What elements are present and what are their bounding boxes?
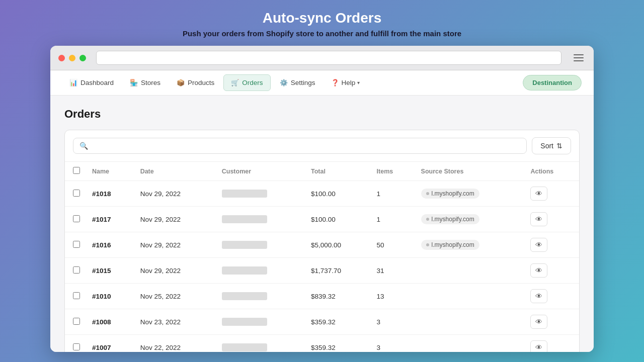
order-items: 50 bbox=[371, 232, 415, 258]
order-actions: 👁 bbox=[524, 207, 579, 232]
search-box[interactable]: 🔍 bbox=[73, 138, 527, 154]
sort-button[interactable]: Sort ⇅ bbox=[532, 137, 571, 154]
order-source-store bbox=[415, 284, 525, 309]
row-checkbox[interactable] bbox=[73, 215, 80, 222]
sidebar-item-settings[interactable]: ⚙️ Settings bbox=[273, 75, 323, 90]
row-checkbox-col bbox=[65, 258, 86, 284]
browser-window: 📊 Dashboard 🏪 Stores 📦 Products 🛒 Orders… bbox=[50, 46, 594, 352]
nav-bar: 📊 Dashboard 🏪 Stores 📦 Products 🛒 Orders… bbox=[50, 70, 594, 96]
eye-icon: 👁 bbox=[535, 318, 542, 326]
toolbar: 🔍 Sort ⇅ bbox=[65, 130, 579, 162]
orders-table: Name Date Customer Total Items Source St… bbox=[65, 162, 579, 352]
row-checkbox-col bbox=[65, 309, 86, 335]
eye-icon: 👁 bbox=[535, 343, 542, 351]
browser-bar bbox=[50, 46, 594, 70]
address-bar[interactable] bbox=[96, 51, 561, 65]
eye-icon: 👁 bbox=[535, 215, 542, 223]
content-area: Orders 🔍 Sort ⇅ bbox=[50, 96, 594, 352]
order-date: Nov 29, 2022 bbox=[134, 258, 216, 284]
row-checkbox-col bbox=[65, 335, 86, 352]
order-items: 3 bbox=[371, 335, 415, 352]
destination-button[interactable]: Destinantion bbox=[523, 75, 582, 90]
order-id: #1010 bbox=[86, 284, 134, 309]
order-id: #1008 bbox=[86, 309, 134, 335]
orders-panel: 🔍 Sort ⇅ Name Date Cus bbox=[64, 130, 580, 352]
order-items: 3 bbox=[371, 309, 415, 335]
store-name: l.myshopify.com bbox=[432, 241, 474, 248]
row-checkbox-col bbox=[65, 284, 86, 309]
order-items: 13 bbox=[371, 284, 415, 309]
menu-icon[interactable] bbox=[572, 52, 586, 63]
view-order-button[interactable]: 👁 bbox=[530, 340, 547, 352]
col-name: Name bbox=[86, 162, 134, 181]
order-total: $100.00 bbox=[305, 181, 371, 207]
maximize-icon[interactable] bbox=[79, 55, 86, 61]
table-row: #1016Nov 29, 2022Emma Glebe$5,000.0050l.… bbox=[65, 232, 579, 258]
nav-label-stores: Stores bbox=[141, 79, 160, 86]
order-id: #1018 bbox=[86, 181, 134, 207]
sidebar-item-stores[interactable]: 🏪 Stores bbox=[123, 75, 168, 90]
order-source-store bbox=[415, 258, 525, 284]
table-row: #1010Nov 25, 2022Eric Nguyen$839.3213👁 bbox=[65, 284, 579, 309]
order-date: Nov 29, 2022 bbox=[134, 181, 216, 207]
order-customer: Emma Glebe bbox=[216, 232, 305, 258]
view-order-button[interactable]: 👁 bbox=[530, 212, 547, 226]
table-row: #1015Nov 29, 2022Emma Glebe$1,737.7031👁 bbox=[65, 258, 579, 284]
select-all-checkbox[interactable] bbox=[73, 167, 80, 174]
sidebar-item-help[interactable]: ❓ Help ▾ bbox=[324, 75, 367, 90]
col-items: Items bbox=[371, 162, 415, 181]
view-order-button[interactable]: 👁 bbox=[530, 315, 547, 329]
order-actions: 👁 bbox=[524, 335, 579, 352]
order-date: Nov 29, 2022 bbox=[134, 232, 216, 258]
order-total: $100.00 bbox=[305, 207, 371, 232]
view-order-button[interactable]: 👁 bbox=[530, 187, 547, 201]
store-dot-icon bbox=[426, 243, 429, 246]
order-items: 1 bbox=[371, 207, 415, 232]
sidebar-item-products[interactable]: 📦 Products bbox=[170, 75, 221, 90]
settings-icon: ⚙️ bbox=[280, 79, 288, 86]
order-id: #1017 bbox=[86, 207, 134, 232]
view-order-button[interactable]: 👁 bbox=[530, 263, 547, 278]
col-source-stores: Source Stores bbox=[415, 162, 525, 181]
order-items: 31 bbox=[371, 258, 415, 284]
row-checkbox[interactable] bbox=[73, 241, 80, 248]
store-dot-icon bbox=[426, 192, 429, 195]
eye-icon: 👁 bbox=[535, 241, 542, 249]
dashboard-icon: 📊 bbox=[69, 79, 77, 86]
row-checkbox[interactable] bbox=[73, 318, 80, 325]
store-name: l.myshopify.com bbox=[432, 216, 474, 223]
main-title: Auto-sync Orders bbox=[183, 10, 461, 26]
order-source-store bbox=[415, 309, 525, 335]
order-source-store: l.myshopify.com bbox=[415, 181, 525, 207]
row-checkbox[interactable] bbox=[73, 343, 80, 350]
sort-label: Sort bbox=[540, 142, 553, 150]
order-actions: 👁 bbox=[524, 258, 579, 284]
view-order-button[interactable]: 👁 bbox=[530, 238, 547, 252]
sidebar-item-dashboard[interactable]: 📊 Dashboard bbox=[62, 75, 121, 90]
products-icon: 📦 bbox=[177, 79, 185, 86]
nav-label-dashboard: Dashboard bbox=[80, 79, 114, 86]
row-checkbox-col bbox=[65, 181, 86, 207]
search-input[interactable] bbox=[92, 142, 520, 150]
row-checkbox[interactable] bbox=[73, 292, 80, 299]
store-badge: l.myshopify.com bbox=[421, 240, 479, 250]
minimize-icon[interactable] bbox=[69, 55, 75, 61]
order-customer: Eric Nguyen bbox=[216, 309, 305, 335]
order-id: #1015 bbox=[86, 258, 134, 284]
eye-icon: 👁 bbox=[535, 190, 542, 198]
view-order-button[interactable]: 👁 bbox=[530, 289, 547, 303]
row-checkbox[interactable] bbox=[73, 190, 80, 197]
sidebar-item-orders[interactable]: 🛒 Orders bbox=[223, 74, 270, 91]
order-total: $359.32 bbox=[305, 309, 371, 335]
row-checkbox[interactable] bbox=[73, 266, 80, 274]
orders-icon: 🛒 bbox=[231, 79, 239, 86]
order-actions: 👁 bbox=[524, 181, 579, 207]
store-badge: l.myshopify.com bbox=[421, 189, 479, 199]
table-row: #1017Nov 29, 2022Emma Glebe$100.001l.mys… bbox=[65, 207, 579, 232]
eye-icon: 👁 bbox=[535, 292, 542, 300]
nav-items: 📊 Dashboard 🏪 Stores 📦 Products 🛒 Orders… bbox=[62, 74, 523, 91]
main-subtitle: Push your orders from Shopify store to a… bbox=[183, 29, 461, 38]
store-dot-icon bbox=[426, 218, 429, 221]
orders-page-title: Orders bbox=[64, 108, 580, 121]
close-icon[interactable] bbox=[58, 55, 65, 61]
